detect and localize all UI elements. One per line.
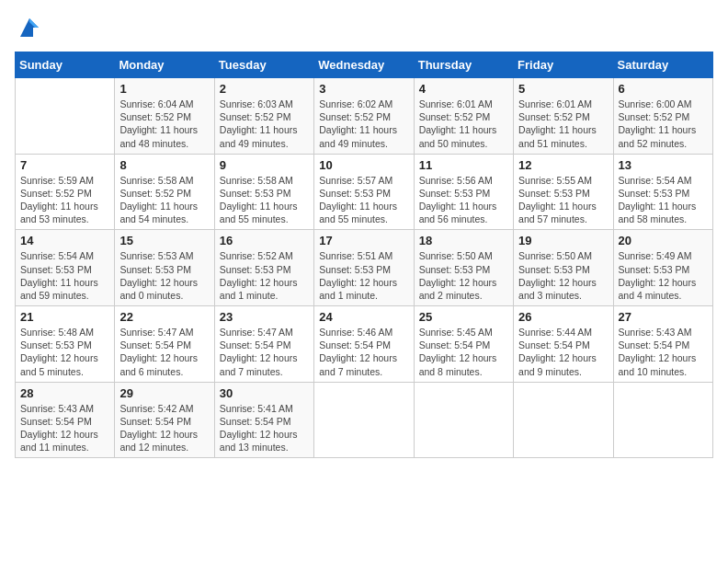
day-cell: 9Sunrise: 5:58 AM Sunset: 5:53 PM Daylig… bbox=[214, 154, 313, 230]
day-number: 22 bbox=[119, 310, 209, 324]
day-cell: 5Sunrise: 6:01 AM Sunset: 5:52 PM Daylig… bbox=[514, 78, 613, 155]
week-row-3: 14Sunrise: 5:54 AM Sunset: 5:53 PM Dayli… bbox=[16, 230, 713, 306]
day-number: 14 bbox=[20, 234, 109, 247]
day-cell: 25Sunrise: 5:45 AM Sunset: 5:54 PM Dayli… bbox=[414, 306, 513, 383]
header-cell-friday: Friday bbox=[514, 52, 613, 78]
day-info: Sunrise: 6:01 AM Sunset: 5:52 PM Dayligh… bbox=[419, 98, 508, 150]
day-number: 27 bbox=[619, 310, 708, 324]
day-number: 6 bbox=[619, 82, 708, 96]
day-cell: 28Sunrise: 5:43 AM Sunset: 5:54 PM Dayli… bbox=[16, 382, 115, 458]
day-number: 21 bbox=[20, 310, 109, 324]
day-info: Sunrise: 5:54 AM Sunset: 5:53 PM Dayligh… bbox=[20, 249, 109, 302]
day-number: 26 bbox=[518, 310, 608, 324]
day-info: Sunrise: 5:43 AM Sunset: 5:54 PM Dayligh… bbox=[20, 402, 109, 454]
day-cell: 29Sunrise: 5:42 AM Sunset: 5:54 PM Dayli… bbox=[115, 382, 214, 458]
day-number: 4 bbox=[419, 82, 508, 96]
day-cell: 12Sunrise: 5:55 AM Sunset: 5:53 PM Dayli… bbox=[514, 154, 613, 230]
header-cell-wednesday: Wednesday bbox=[314, 52, 414, 78]
day-cell: 24Sunrise: 5:46 AM Sunset: 5:54 PM Dayli… bbox=[314, 306, 414, 383]
day-cell: 2Sunrise: 6:03 AM Sunset: 5:52 PM Daylig… bbox=[214, 78, 313, 155]
day-number: 7 bbox=[20, 158, 109, 172]
day-cell: 19Sunrise: 5:50 AM Sunset: 5:53 PM Dayli… bbox=[514, 230, 613, 306]
day-info: Sunrise: 5:58 AM Sunset: 5:53 PM Dayligh… bbox=[220, 174, 309, 226]
day-info: Sunrise: 6:01 AM Sunset: 5:52 PM Dayligh… bbox=[518, 98, 608, 150]
day-number: 1 bbox=[119, 82, 209, 96]
day-number: 8 bbox=[119, 158, 209, 172]
day-number: 18 bbox=[419, 234, 508, 247]
day-cell bbox=[514, 382, 613, 458]
day-cell: 30Sunrise: 5:41 AM Sunset: 5:54 PM Dayli… bbox=[214, 382, 313, 458]
day-number: 3 bbox=[319, 82, 408, 96]
calendar-body: 1Sunrise: 6:04 AM Sunset: 5:52 PM Daylig… bbox=[16, 78, 713, 458]
logo bbox=[15, 15, 42, 40]
day-cell: 10Sunrise: 5:57 AM Sunset: 5:53 PM Dayli… bbox=[314, 154, 414, 230]
day-number: 13 bbox=[619, 158, 708, 172]
day-info: Sunrise: 5:46 AM Sunset: 5:54 PM Dayligh… bbox=[319, 326, 408, 378]
day-info: Sunrise: 5:43 AM Sunset: 5:54 PM Dayligh… bbox=[619, 326, 708, 378]
header-cell-saturday: Saturday bbox=[613, 52, 712, 78]
header-cell-sunday: Sunday bbox=[16, 52, 115, 78]
day-info: Sunrise: 5:44 AM Sunset: 5:54 PM Dayligh… bbox=[518, 326, 608, 378]
day-info: Sunrise: 5:56 AM Sunset: 5:53 PM Dayligh… bbox=[419, 174, 508, 226]
day-cell: 4Sunrise: 6:01 AM Sunset: 5:52 PM Daylig… bbox=[414, 78, 513, 155]
day-info: Sunrise: 5:48 AM Sunset: 5:53 PM Dayligh… bbox=[20, 326, 109, 378]
day-number: 17 bbox=[319, 234, 408, 247]
header-cell-monday: Monday bbox=[115, 52, 214, 78]
day-info: Sunrise: 6:04 AM Sunset: 5:52 PM Dayligh… bbox=[119, 98, 209, 150]
day-cell: 23Sunrise: 5:47 AM Sunset: 5:54 PM Dayli… bbox=[214, 306, 313, 383]
week-row-5: 28Sunrise: 5:43 AM Sunset: 5:54 PM Dayli… bbox=[16, 382, 713, 458]
day-info: Sunrise: 5:51 AM Sunset: 5:53 PM Dayligh… bbox=[319, 249, 408, 302]
day-cell: 15Sunrise: 5:53 AM Sunset: 5:53 PM Dayli… bbox=[115, 230, 214, 306]
day-number: 5 bbox=[518, 82, 608, 96]
day-number: 30 bbox=[220, 386, 309, 400]
logo-icon bbox=[17, 15, 42, 40]
day-cell: 21Sunrise: 5:48 AM Sunset: 5:53 PM Dayli… bbox=[16, 306, 115, 383]
page-header bbox=[15, 15, 713, 40]
day-number: 15 bbox=[119, 234, 209, 247]
day-info: Sunrise: 6:02 AM Sunset: 5:52 PM Dayligh… bbox=[319, 98, 408, 150]
day-cell bbox=[613, 382, 712, 458]
day-info: Sunrise: 5:49 AM Sunset: 5:53 PM Dayligh… bbox=[619, 249, 708, 302]
calendar-header: SundayMondayTuesdayWednesdayThursdayFrid… bbox=[16, 52, 713, 78]
day-cell: 14Sunrise: 5:54 AM Sunset: 5:53 PM Dayli… bbox=[16, 230, 115, 306]
day-info: Sunrise: 5:50 AM Sunset: 5:53 PM Dayligh… bbox=[419, 249, 508, 302]
day-cell bbox=[414, 382, 513, 458]
day-number: 25 bbox=[419, 310, 508, 324]
day-cell: 3Sunrise: 6:02 AM Sunset: 5:52 PM Daylig… bbox=[314, 78, 414, 155]
header-row: SundayMondayTuesdayWednesdayThursdayFrid… bbox=[16, 52, 713, 78]
day-cell: 26Sunrise: 5:44 AM Sunset: 5:54 PM Dayli… bbox=[514, 306, 613, 383]
week-row-1: 1Sunrise: 6:04 AM Sunset: 5:52 PM Daylig… bbox=[16, 78, 713, 155]
day-cell: 13Sunrise: 5:54 AM Sunset: 5:53 PM Dayli… bbox=[613, 154, 712, 230]
day-cell: 18Sunrise: 5:50 AM Sunset: 5:53 PM Dayli… bbox=[414, 230, 513, 306]
day-info: Sunrise: 5:54 AM Sunset: 5:53 PM Dayligh… bbox=[619, 174, 708, 226]
day-info: Sunrise: 5:45 AM Sunset: 5:54 PM Dayligh… bbox=[419, 326, 508, 378]
day-cell: 27Sunrise: 5:43 AM Sunset: 5:54 PM Dayli… bbox=[613, 306, 712, 383]
day-info: Sunrise: 5:42 AM Sunset: 5:54 PM Dayligh… bbox=[119, 402, 209, 454]
header-cell-thursday: Thursday bbox=[414, 52, 513, 78]
day-info: Sunrise: 6:03 AM Sunset: 5:52 PM Dayligh… bbox=[220, 98, 309, 150]
day-number: 23 bbox=[220, 310, 309, 324]
day-number: 19 bbox=[518, 234, 608, 247]
day-number: 10 bbox=[319, 158, 408, 172]
day-number: 20 bbox=[619, 234, 708, 247]
day-info: Sunrise: 5:41 AM Sunset: 5:54 PM Dayligh… bbox=[220, 402, 309, 454]
day-number: 16 bbox=[220, 234, 309, 247]
day-cell: 17Sunrise: 5:51 AM Sunset: 5:53 PM Dayli… bbox=[314, 230, 414, 306]
day-info: Sunrise: 5:53 AM Sunset: 5:53 PM Dayligh… bbox=[119, 249, 209, 302]
day-info: Sunrise: 5:50 AM Sunset: 5:53 PM Dayligh… bbox=[518, 249, 608, 302]
day-number: 24 bbox=[319, 310, 408, 324]
day-cell: 16Sunrise: 5:52 AM Sunset: 5:53 PM Dayli… bbox=[214, 230, 313, 306]
week-row-2: 7Sunrise: 5:59 AM Sunset: 5:52 PM Daylig… bbox=[16, 154, 713, 230]
day-number: 2 bbox=[220, 82, 309, 96]
day-cell: 1Sunrise: 6:04 AM Sunset: 5:52 PM Daylig… bbox=[115, 78, 214, 155]
day-cell: 6Sunrise: 6:00 AM Sunset: 5:52 PM Daylig… bbox=[613, 78, 712, 155]
day-number: 28 bbox=[20, 386, 109, 400]
day-number: 12 bbox=[518, 158, 608, 172]
day-cell bbox=[16, 78, 115, 155]
day-info: Sunrise: 5:59 AM Sunset: 5:52 PM Dayligh… bbox=[20, 174, 109, 226]
week-row-4: 21Sunrise: 5:48 AM Sunset: 5:53 PM Dayli… bbox=[16, 306, 713, 383]
day-info: Sunrise: 5:57 AM Sunset: 5:53 PM Dayligh… bbox=[319, 174, 408, 226]
day-cell bbox=[314, 382, 414, 458]
day-number: 29 bbox=[119, 386, 209, 400]
calendar-table: SundayMondayTuesdayWednesdayThursdayFrid… bbox=[15, 52, 713, 458]
